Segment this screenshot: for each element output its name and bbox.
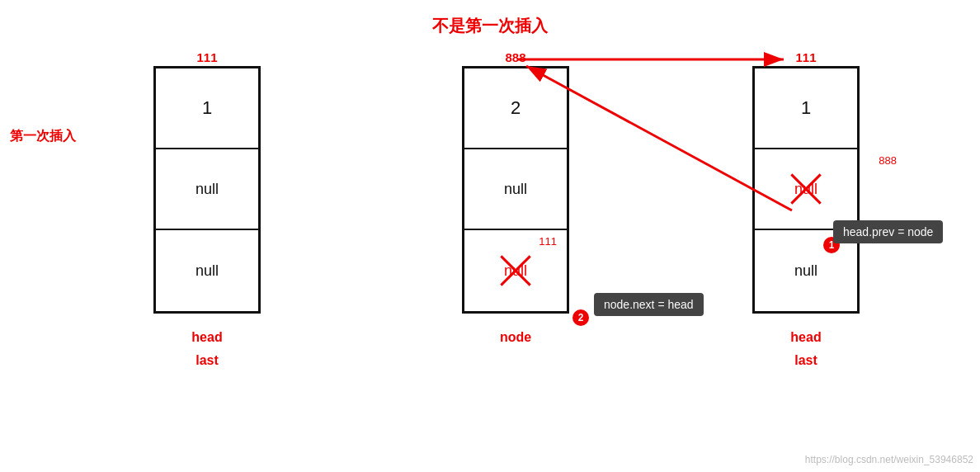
- first-box-last-label: last: [153, 353, 261, 368]
- middle-box-node-label: node: [462, 330, 569, 345]
- middle-list-box: 888 2 null 111 null: [462, 66, 569, 314]
- tooltip-node-next: node.next = head: [594, 293, 704, 316]
- right-cell-2: 888 null: [755, 149, 857, 230]
- first-box-top-label: 111: [196, 50, 217, 64]
- first-cell-3: null: [156, 230, 258, 311]
- first-list-box: 111 1 null null: [153, 66, 261, 314]
- middle-cell-3: 111 null: [464, 230, 567, 311]
- right-list-box: 111 1 888 null null: [752, 66, 860, 314]
- tooltip-head-prev: head.prev = node: [833, 220, 943, 243]
- right-cell-1: 1: [755, 68, 857, 149]
- right-box-head-label: head: [752, 330, 860, 345]
- first-box-head-label: head: [153, 330, 261, 345]
- middle-cell-2: null: [464, 149, 567, 230]
- right-box-last-label: last: [752, 353, 860, 368]
- first-cell-1: 1: [156, 68, 258, 149]
- middle-cell-1: 2: [464, 68, 567, 149]
- first-cell-2: null: [156, 149, 258, 230]
- page-title: 不是第一次插入: [432, 15, 548, 37]
- right-box-top-label: 111: [795, 50, 816, 64]
- middle-box-top-label: 888: [505, 50, 525, 64]
- first-insert-label: 第一次插入: [10, 128, 76, 145]
- circle-2: 2: [572, 309, 589, 326]
- watermark: https://blog.csdn.net/weixin_53946852: [805, 454, 973, 465]
